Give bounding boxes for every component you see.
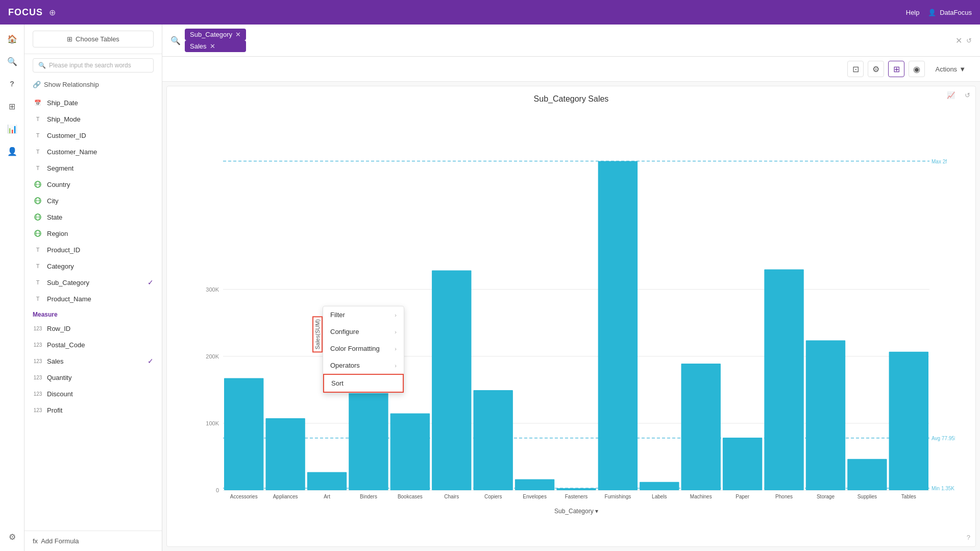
tag-remove-icon[interactable]: ✕ [210, 42, 215, 50]
sidebar-item-settings[interactable]: ⚙ [2, 526, 22, 547]
context-menu-item-filter[interactable]: Filter› [323, 306, 404, 323]
field-item-product_id[interactable]: TProduct_ID [24, 242, 162, 258]
svg-text:0: 0 [216, 487, 219, 493]
field-item-category[interactable]: TCategory [24, 258, 162, 274]
main-content: 🔍 Sub_Category✕Sales✕ ✕ ↺ ⊡ ⚙ ⊞ ◉ Action… [162, 25, 980, 551]
context-menu-item-color-formatting[interactable]: Color Formatting› [323, 340, 404, 357]
sidebar-item-user[interactable]: 👤 [2, 141, 22, 161]
main-layout: 🏠 🔍 ? ⊞ 📊 👤 ⚙ ⊞ Choose Tables 🔍 Please i… [0, 25, 980, 551]
context-menu-item-sort[interactable]: Sort [323, 374, 404, 393]
field-name: Ship_Mode [47, 115, 81, 123]
field-item-product_name[interactable]: TProduct_Name [24, 291, 162, 307]
field-name: City [47, 197, 58, 205]
measure-name: Row_ID [47, 325, 70, 332]
menu-item-label: Filter [330, 311, 345, 319]
actions-button[interactable]: Actions ▼ [929, 62, 972, 76]
actions-chevron-icon: ▼ [959, 65, 966, 73]
field-item-ship_mode[interactable]: TShip_Mode [24, 111, 162, 127]
svg-text:Appliances: Appliances [273, 494, 298, 499]
field-icon [33, 228, 43, 238]
field-search-box[interactable]: 🔍 Please input the search words [33, 58, 154, 73]
svg-text:Accessories: Accessories [230, 494, 258, 499]
choose-tables-button[interactable]: ⊞ Choose Tables [33, 31, 154, 47]
tag-remove-icon[interactable]: ✕ [235, 31, 241, 38]
show-relationship[interactable]: 🔗 Show Relationship [24, 77, 162, 92]
chart-title: Sub_Category Sales [167, 86, 975, 112]
user-icon: 👤 [928, 9, 936, 16]
measure-name: Profit [47, 406, 62, 414]
svg-text:Binders: Binders [360, 494, 377, 499]
field-icon: 📅 [33, 98, 43, 108]
toolbar-settings-icon[interactable]: ⚙ [868, 61, 884, 77]
search-clear-icon[interactable]: ✕ [955, 36, 962, 45]
measure-name: Sales [47, 357, 64, 365]
measure-name: Postal_Code [47, 341, 85, 349]
measure-item-discount[interactable]: 123Discount [24, 386, 162, 402]
svg-rect-38 [473, 390, 512, 490]
toolbar-layout-icon[interactable]: ⊡ [847, 61, 864, 77]
sidebar-item-chart[interactable]: 📊 [2, 118, 22, 139]
measure-name: Quantity [47, 374, 71, 381]
measure-icon: 123 [33, 405, 43, 415]
svg-text:Tables: Tables [901, 494, 916, 499]
measure-item-profit[interactable]: 123Profit [24, 402, 162, 418]
help-icon[interactable]: ? [967, 534, 970, 541]
sidebar-item-help[interactable]: ? [2, 74, 22, 94]
menu-item-label: Sort [331, 379, 344, 387]
field-item-state[interactable]: State [24, 209, 162, 225]
svg-rect-48 [681, 364, 721, 490]
toolbar-chart-icon[interactable]: ◉ [909, 61, 925, 77]
menu-item-label: Color Formatting [330, 345, 380, 352]
field-item-customer_name[interactable]: TCustomer_Name [24, 143, 162, 160]
field-item-customer_id[interactable]: TCustomer_ID [24, 127, 162, 143]
field-item-ship_date[interactable]: 📅Ship_Date [24, 94, 162, 111]
svg-text:Labels: Labels [652, 494, 667, 499]
context-menu-item-operators[interactable]: Operators› [323, 357, 404, 374]
actions-label: Actions [935, 65, 957, 73]
refresh-icon[interactable]: ↺ [965, 91, 970, 99]
help-link[interactable]: Help [906, 9, 920, 16]
field-icon: T [33, 130, 43, 140]
field-item-city[interactable]: City [24, 193, 162, 209]
menu-chevron-icon: › [395, 312, 397, 318]
top-nav-right: Help 👤 DataFocus [906, 9, 972, 16]
context-menu-item-configure[interactable]: Configure› [323, 323, 404, 340]
svg-text:300K: 300K [206, 286, 219, 293]
sidebar-item-table[interactable]: ⊞ [2, 96, 22, 116]
user-menu[interactable]: 👤 DataFocus [928, 9, 972, 16]
menu-item-label: Configure [330, 328, 359, 336]
field-icon: T [33, 114, 43, 124]
sidebar-item-home[interactable]: 🏠 [2, 29, 22, 49]
svg-rect-50 [723, 438, 762, 490]
measure-icon: 123 [33, 340, 43, 350]
svg-rect-28 [265, 418, 305, 490]
nav-plus-icon[interactable]: ⊕ [49, 8, 56, 17]
search-tag-sales[interactable]: Sales✕ [185, 40, 246, 52]
field-item-segment[interactable]: TSegment [24, 160, 162, 176]
y-axis-label[interactable]: Sales(SUM) [312, 316, 323, 352]
field-item-region[interactable]: Region [24, 225, 162, 242]
measure-item-quantity[interactable]: 123Quantity [24, 369, 162, 386]
measure-item-postal_code[interactable]: 123Postal_Code [24, 337, 162, 353]
field-item-country[interactable]: Country [24, 176, 162, 193]
svg-text:Machines: Machines [690, 494, 712, 499]
measure-item-row_id[interactable]: 123Row_ID [24, 320, 162, 337]
menu-chevron-icon: › [395, 363, 397, 369]
svg-rect-34 [390, 413, 430, 490]
search-tag-sub_category[interactable]: Sub_Category✕ [185, 29, 246, 40]
toolbar-grid-icon[interactable]: ⊞ [888, 61, 904, 77]
line-chart-icon[interactable]: 📈 [947, 91, 955, 99]
sidebar-item-search[interactable]: 🔍 [2, 51, 22, 71]
search-refresh-icon[interactable]: ↺ [966, 37, 972, 44]
search-bar: 🔍 Sub_Category✕Sales✕ ✕ ↺ [162, 25, 980, 57]
svg-text:Art: Art [324, 494, 330, 499]
field-item-sub_category[interactable]: TSub_Category✓ [24, 274, 162, 291]
field-name: Region [47, 230, 68, 237]
add-formula-button[interactable]: fx Add Formula [33, 537, 154, 545]
svg-text:Bookcases: Bookcases [398, 494, 423, 499]
measure-item-sales[interactable]: 123Sales✓ [24, 353, 162, 369]
search-bar-icon[interactable]: 🔍 [170, 36, 181, 45]
search-tags: Sub_Category✕Sales✕ [185, 29, 246, 52]
svg-rect-46 [640, 482, 679, 490]
measure-icon: 123 [33, 356, 43, 366]
